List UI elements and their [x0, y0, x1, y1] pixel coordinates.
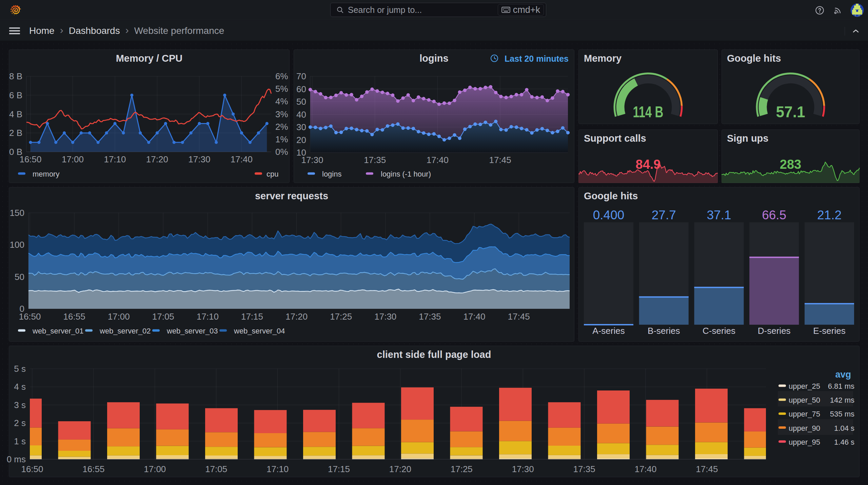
svg-text:17:20: 17:20 [389, 464, 411, 474]
svg-text:60: 60 [296, 84, 306, 94]
svg-text:web_server_04: web_server_04 [234, 327, 285, 335]
svg-text:Google hits: Google hits [584, 190, 638, 201]
svg-text:17:30: 17:30 [301, 155, 323, 165]
svg-text:0 ms: 0 ms [7, 454, 26, 464]
svg-text:avg: avg [835, 369, 851, 380]
svg-text:30: 30 [296, 122, 306, 132]
svg-text:17:20: 17:20 [146, 154, 168, 164]
svg-text:0%: 0% [275, 147, 288, 157]
svg-text:5%: 5% [275, 84, 288, 94]
svg-text:16:55: 16:55 [82, 464, 104, 474]
svg-text:21.2: 21.2 [817, 208, 842, 222]
svg-text:1.04 s: 1.04 s [834, 424, 854, 432]
svg-text:upper_25: upper_25 [789, 382, 820, 390]
svg-text:17:40: 17:40 [634, 464, 656, 474]
svg-text:50: 50 [15, 272, 24, 282]
svg-text:Memory / CPU: Memory / CPU [116, 53, 183, 64]
svg-text:17:30: 17:30 [188, 154, 210, 164]
svg-text:40: 40 [296, 109, 306, 120]
svg-text:17:30: 17:30 [374, 311, 396, 322]
svg-text:16:55: 16:55 [63, 311, 85, 322]
svg-text:logins: logins [419, 53, 448, 64]
svg-text:B-series: B-series [648, 326, 680, 336]
svg-text:1%: 1% [275, 134, 288, 144]
svg-text:17:05: 17:05 [152, 311, 174, 322]
svg-text:17:05: 17:05 [205, 464, 227, 474]
svg-text:17:30: 17:30 [512, 464, 534, 474]
svg-text:2 s: 2 s [14, 418, 26, 428]
svg-text:17:10: 17:10 [267, 464, 289, 474]
svg-text:66.5: 66.5 [762, 208, 786, 222]
svg-text:17:00: 17:00 [144, 464, 166, 474]
svg-text:16:50: 16:50 [19, 311, 41, 322]
svg-text:6%: 6% [275, 71, 288, 81]
svg-text:17:25: 17:25 [330, 311, 352, 322]
svg-text:web_server_02: web_server_02 [99, 327, 151, 335]
svg-text:17:45: 17:45 [508, 311, 530, 322]
svg-text:17:35: 17:35 [419, 311, 441, 322]
svg-text:17:20: 17:20 [285, 311, 308, 322]
svg-text:3 s: 3 s [14, 400, 26, 410]
svg-text:logins (-1 hour): logins (-1 hour) [381, 170, 431, 178]
svg-text:17:10: 17:10 [104, 154, 126, 164]
svg-text:2 B: 2 B [9, 128, 22, 138]
svg-text:Memory: Memory [584, 53, 622, 64]
svg-text:logins: logins [322, 170, 341, 178]
svg-text:20: 20 [296, 135, 306, 145]
svg-text:0.400: 0.400 [593, 208, 625, 222]
svg-text:memory: memory [33, 170, 59, 178]
svg-text:17:15: 17:15 [328, 464, 350, 474]
svg-text:8 B: 8 B [9, 71, 22, 81]
svg-text:16:50: 16:50 [19, 154, 41, 164]
svg-text:3%: 3% [275, 109, 288, 119]
svg-text:6 B: 6 B [9, 90, 22, 100]
svg-text:web_server_03: web_server_03 [166, 327, 218, 335]
svg-text:E-series: E-series [813, 326, 845, 336]
svg-text:upper_75: upper_75 [789, 410, 820, 418]
svg-text:114 B: 114 B [633, 103, 664, 121]
svg-text:17:00: 17:00 [62, 154, 84, 164]
svg-text:upper_50: upper_50 [789, 396, 820, 404]
svg-text:upper_90: upper_90 [789, 424, 820, 432]
svg-text:Sign ups: Sign ups [727, 133, 768, 144]
svg-text:1 s: 1 s [14, 436, 26, 446]
svg-text:37.1: 37.1 [707, 208, 731, 222]
svg-text:server requests: server requests [255, 190, 328, 201]
svg-text:17:35: 17:35 [364, 155, 386, 165]
svg-text:C-series: C-series [703, 326, 735, 336]
svg-text:6.81 ms: 6.81 ms [828, 382, 854, 390]
svg-text:Last 20 minutes: Last 20 minutes [505, 54, 569, 63]
svg-text:27.7: 27.7 [652, 208, 676, 222]
svg-text:cpu: cpu [267, 170, 278, 178]
svg-text:17:40: 17:40 [463, 311, 485, 322]
svg-text:A-series: A-series [592, 326, 625, 336]
svg-text:2%: 2% [275, 122, 288, 132]
svg-text:web_server_01: web_server_01 [32, 327, 83, 335]
svg-text:4 B: 4 B [9, 109, 22, 119]
svg-text:17:25: 17:25 [451, 464, 473, 474]
svg-text:Support calls: Support calls [584, 133, 646, 144]
svg-text:70: 70 [296, 71, 306, 81]
svg-text:17:35: 17:35 [573, 464, 595, 474]
svg-text:upper_95: upper_95 [789, 438, 820, 446]
svg-text:17:15: 17:15 [241, 311, 263, 322]
svg-text:16:50: 16:50 [21, 464, 43, 474]
svg-text:283: 283 [780, 157, 801, 171]
svg-text:17:00: 17:00 [108, 311, 130, 322]
svg-text:100: 100 [10, 240, 24, 250]
svg-text:57.1: 57.1 [776, 103, 805, 121]
svg-text:4 s: 4 s [14, 382, 26, 392]
svg-text:535 ms: 535 ms [830, 410, 854, 418]
svg-text:150: 150 [10, 208, 24, 218]
svg-text:17:40: 17:40 [427, 155, 449, 165]
svg-text:17:45: 17:45 [489, 155, 511, 165]
svg-text:84.9: 84.9 [636, 157, 661, 171]
svg-text:Google hits: Google hits [727, 53, 781, 64]
svg-text:D-series: D-series [758, 326, 791, 336]
svg-text:5 s: 5 s [14, 364, 26, 374]
svg-text:142 ms: 142 ms [830, 396, 854, 404]
svg-text:17:40: 17:40 [231, 154, 253, 164]
svg-text:client side full page load: client side full page load [377, 349, 491, 360]
svg-text:17:45: 17:45 [696, 464, 718, 474]
svg-text:50: 50 [296, 97, 306, 107]
